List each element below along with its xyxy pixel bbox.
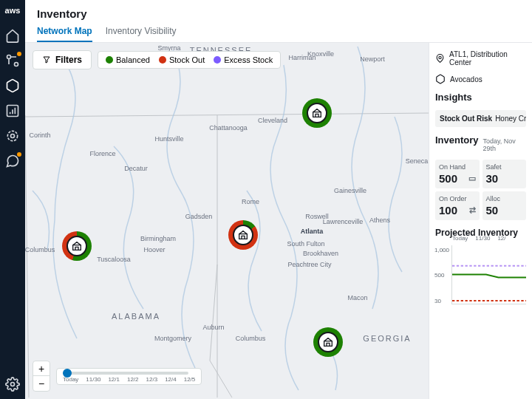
city-label: Tuscaloosa xyxy=(97,256,131,263)
cell-label: Alloc xyxy=(486,195,523,202)
product-row: Avocados xyxy=(435,74,526,84)
svg-rect-6 xyxy=(25,43,429,398)
y-label: 30 xyxy=(434,298,441,304)
timeline-slider[interactable]: Today 11/30 12/1 12/2 12/3 12/4 12/5 xyxy=(56,368,202,385)
tab-network-map[interactable]: Network Map xyxy=(37,26,92,42)
nav-chat-icon[interactable] xyxy=(5,154,20,168)
timeline-label: 12/5 xyxy=(184,376,196,383)
filter-icon xyxy=(42,55,51,64)
x-label: 11/30 xyxy=(475,235,490,242)
city-label: Montgomery xyxy=(154,335,191,342)
timeline-label: 12/3 xyxy=(146,376,158,383)
cell-value: 500 xyxy=(439,172,457,185)
city-label: Newport xyxy=(360,55,385,63)
insight-label: Stock Out Risk xyxy=(440,115,492,123)
city-label: Brookhaven xyxy=(303,250,338,257)
legend-stock-out: Stock Out xyxy=(159,55,205,64)
city-label: Gainesville xyxy=(334,187,366,194)
nav-settings-icon[interactable] xyxy=(5,377,20,392)
timeline-label: 11/30 xyxy=(86,376,100,383)
filters-label: Filters xyxy=(55,55,82,65)
city-label: Columbus xyxy=(25,246,55,253)
inventory-on-hand: On Hand 500▭ xyxy=(435,160,480,188)
x-label: 12/ xyxy=(497,235,505,242)
legend: Balanced Stock Out Excess Stock xyxy=(98,51,281,69)
cell-label: Safet xyxy=(486,163,523,171)
cell-value: 30 xyxy=(486,172,499,185)
map-background xyxy=(25,43,429,398)
y-label: 1,000 xyxy=(434,247,449,253)
legend-dot-icon xyxy=(106,56,113,64)
city-label: South Fulton xyxy=(287,240,324,248)
inventory-grid: On Hand 500▭ Safet 30 On Order 100⇄ Allo… xyxy=(435,160,526,220)
workspace: ALABAMA GEORGIA TENNESSEE Atlanta Birmin… xyxy=(25,43,532,399)
y-label: 500 xyxy=(434,271,444,278)
zoom-in-button[interactable]: + xyxy=(33,361,50,376)
cell-label: On Order xyxy=(439,195,476,202)
city-label: Columbus xyxy=(236,335,266,342)
cell-label: On Hand xyxy=(439,163,476,171)
page-header: Inventory Network Map Inventory Visibili… xyxy=(25,0,532,43)
nav-home-icon[interactable] xyxy=(5,28,20,43)
notification-dot-icon xyxy=(17,52,21,56)
timeline-label: 12/2 xyxy=(127,376,139,383)
city-label: Corinth xyxy=(29,132,50,139)
city-label: Gadsden xyxy=(185,213,213,220)
svg-point-1 xyxy=(15,63,18,66)
inventory-node[interactable] xyxy=(228,220,258,250)
timeline-label: 12/1 xyxy=(108,376,120,383)
slider-track[interactable] xyxy=(63,372,188,375)
legend-label: Balanced xyxy=(116,55,150,64)
main-content: Inventory Network Map Inventory Visibili… xyxy=(25,0,532,399)
inventory-date: Today, Nov 29th xyxy=(483,137,526,152)
legend-balanced: Balanced xyxy=(106,55,150,64)
insight-card[interactable]: Stock Out Risk Honey Crisp A xyxy=(435,110,526,127)
nav-network-icon[interactable] xyxy=(5,53,20,68)
timeline-label: 12/4 xyxy=(165,376,177,383)
zoom-buttons: + − xyxy=(33,361,50,392)
city-label: Harriman xyxy=(288,54,316,61)
svg-point-4 xyxy=(11,134,15,138)
city-label: Huntsville xyxy=(154,135,183,143)
projected-inventory-chart: Today 11/30 12/ 1,000 500 30 xyxy=(451,245,526,304)
cell-value: 50 xyxy=(486,204,499,216)
legend-label: Stock Out xyxy=(169,55,205,64)
inventory-title: Inventory xyxy=(435,134,479,146)
chart-x-labels: Today 11/30 12/ xyxy=(452,235,526,242)
city-label: Peachtree City xyxy=(287,261,331,268)
zoom-timeline-controls: + − Today 11/30 12/1 12/2 12/3 12/4 12/5 xyxy=(33,361,202,392)
legend-excess: Excess Stock xyxy=(214,55,273,64)
state-label: GEORGIA xyxy=(363,334,411,343)
svg-point-5 xyxy=(11,383,15,386)
tab-inventory-visibility[interactable]: Inventory Visibility xyxy=(106,26,177,42)
x-label: Today xyxy=(452,235,468,242)
nav-analytics-icon[interactable] xyxy=(5,103,20,118)
nav-inventory-icon[interactable] xyxy=(5,78,20,93)
location-row: ATL1, Distribution Center xyxy=(435,50,526,66)
cell-value: 100 xyxy=(439,204,457,216)
boxes-icon: ▭ xyxy=(468,174,476,183)
city-label: Atlanta xyxy=(301,228,324,235)
city-label: Seneca xyxy=(406,157,429,165)
state-label: ALABAMA xyxy=(112,312,160,321)
slider-thumb[interactable] xyxy=(63,369,72,378)
city-label: Hoover xyxy=(143,246,165,253)
city-label: Athens xyxy=(369,216,390,224)
product-icon xyxy=(435,74,446,84)
legend-dot-icon xyxy=(214,56,221,64)
inventory-node[interactable] xyxy=(302,98,332,128)
side-nav: aws xyxy=(0,0,25,399)
map-area[interactable]: ALABAMA GEORGIA TENNESSEE Atlanta Birmin… xyxy=(25,43,429,399)
nav-processing-icon[interactable] xyxy=(5,129,20,143)
inventory-node[interactable] xyxy=(62,231,92,261)
zoom-out-button[interactable]: − xyxy=(33,376,50,391)
product-name: Avocados xyxy=(450,75,482,83)
inventory-node[interactable] xyxy=(313,327,343,357)
city-label: Macon xyxy=(347,294,367,301)
legend-label: Excess Stock xyxy=(224,55,273,64)
svg-point-3 xyxy=(7,131,17,140)
city-label: Cleveland xyxy=(258,117,287,124)
filters-button[interactable]: Filters xyxy=(33,50,92,69)
tab-bar: Network Map Inventory Visibility xyxy=(37,26,520,42)
location-name: ATL1, Distribution Center xyxy=(449,50,526,66)
